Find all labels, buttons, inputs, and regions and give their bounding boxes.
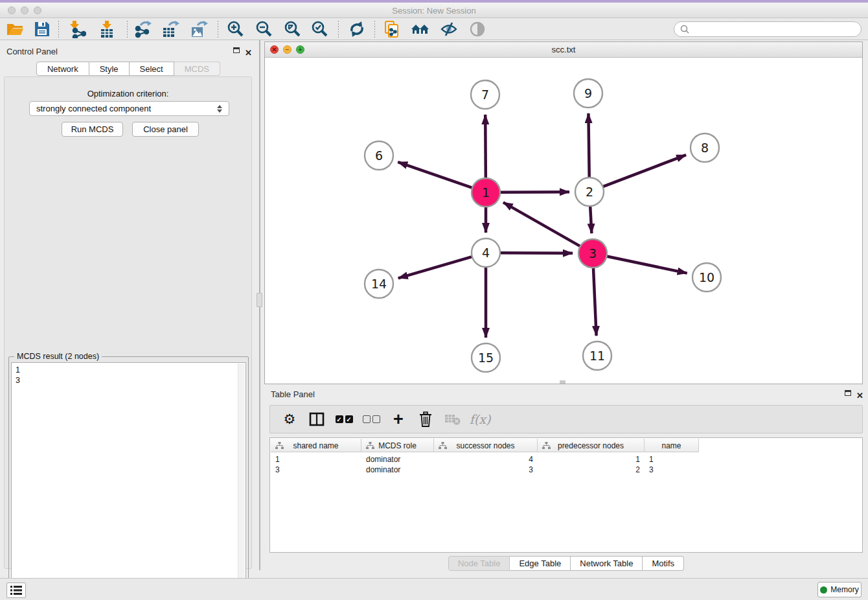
zoom-out-icon[interactable] <box>254 20 273 38</box>
graph-node-14[interactable]: 14 <box>365 270 393 298</box>
search-box[interactable] <box>674 21 862 37</box>
node-label: 3 <box>589 246 597 260</box>
column-header-MCDS-role[interactable]: MCDS role <box>361 439 434 452</box>
edge-1-6[interactable] <box>398 162 472 188</box>
graph-node-7[interactable]: 7 <box>471 80 499 109</box>
toolbar-separator <box>218 21 218 38</box>
network-canvas[interactable]: 7968124314101511 <box>265 58 862 384</box>
network-window-title: scc.txt <box>265 45 862 54</box>
graph-node-11[interactable]: 11 <box>583 341 611 370</box>
toolbar-separator <box>127 21 128 38</box>
memory-button[interactable]: Memory <box>817 582 862 597</box>
tab-style[interactable]: Style <box>89 62 130 76</box>
graph-node-2[interactable]: 2 <box>575 178 604 206</box>
deselect-all-columns-icon[interactable] <box>362 410 380 428</box>
export-network-icon[interactable] <box>133 20 153 38</box>
table-cell[interactable]: 3 <box>645 465 699 475</box>
control-panel-title: Control Panel <box>6 47 58 56</box>
open-session-icon[interactable] <box>5 20 25 38</box>
houses-icon[interactable] <box>411 20 430 38</box>
optimization-criterion-select[interactable]: strongly connected component <box>29 101 229 116</box>
result-scrollbar[interactable] <box>238 363 245 600</box>
zoom-selected-icon[interactable] <box>310 20 329 38</box>
refresh-layout-icon[interactable] <box>347 20 367 38</box>
graph-node-15[interactable]: 15 <box>472 343 500 372</box>
table-panel: Table Panel ✕ ⚙ ✓✓ + f(x) shared nameMCD… <box>264 386 868 575</box>
graph-node-4[interactable]: 4 <box>472 238 500 267</box>
column-header-successor-nodes[interactable]: successor nodes <box>434 439 538 452</box>
save-session-icon[interactable] <box>32 20 52 38</box>
export-table-icon[interactable] <box>161 20 180 38</box>
search-input[interactable] <box>690 23 861 36</box>
column-header-predecessor-nodes[interactable]: predecessor nodes <box>538 439 645 452</box>
table-row[interactable]: 1dominator411 <box>271 454 862 465</box>
edge-2-9[interactable] <box>588 113 589 178</box>
table-cell[interactable]: 3 <box>434 465 538 475</box>
table-tabs: Node TableEdge TableNetwork TableMotifs <box>264 556 868 571</box>
mcds-result-title: MCDS result (2 nodes) <box>14 352 102 361</box>
tab-edge-table[interactable]: Edge Table <box>510 556 571 571</box>
close-panel-icon[interactable]: ✕ <box>245 47 252 58</box>
table-cell[interactable]: 2 <box>538 465 645 475</box>
network-window-titlebar[interactable]: ✕ − + scc.txt <box>265 42 862 58</box>
node-label: 15 <box>478 351 494 365</box>
table-toolbar: ⚙ ✓✓ + f(x) <box>269 405 863 433</box>
import-network-icon[interactable] <box>67 20 87 38</box>
network-graph[interactable]: 7968124314101511 <box>265 58 862 384</box>
tab-network[interactable]: Network <box>36 62 89 76</box>
canvas-scroll-thumb[interactable] <box>560 380 565 384</box>
graph-node-6[interactable]: 6 <box>365 141 393 170</box>
tab-network-table[interactable]: Network Table <box>571 556 643 571</box>
table-cell[interactable]: dominator <box>361 454 434 465</box>
graph-node-1[interactable]: 1 <box>472 178 500 207</box>
eye-slash-icon[interactable] <box>439 20 459 38</box>
mcds-result-textarea[interactable]: 1 3 <box>11 362 246 600</box>
edge-3-10[interactable] <box>607 257 687 273</box>
close-table-panel-icon[interactable]: ✕ <box>856 389 863 401</box>
edge-4-3[interactable] <box>500 253 573 253</box>
tab-select[interactable]: Select <box>130 62 174 76</box>
close-panel-button[interactable]: Close panel <box>132 122 199 137</box>
table-row[interactable]: 3dominator323 <box>271 465 862 475</box>
zoom-fit-icon[interactable] <box>282 20 302 38</box>
delete-column-icon[interactable] <box>417 410 435 428</box>
float-panel-icon[interactable] <box>233 47 240 53</box>
table-cell[interactable]: 4 <box>434 454 538 465</box>
edge-1-2[interactable] <box>500 192 569 192</box>
table-cell[interactable]: 1 <box>538 454 645 465</box>
node-label: 11 <box>589 349 605 363</box>
table-settings-icon[interactable]: ⚙ <box>280 410 299 428</box>
panel-splitter-handle[interactable] <box>257 293 262 307</box>
float-table-panel-icon[interactable] <box>845 390 851 396</box>
edge-4-14[interactable] <box>398 257 472 278</box>
clone-network-icon[interactable] <box>382 20 402 38</box>
select-all-columns-icon[interactable]: ✓✓ <box>335 410 353 428</box>
split-columns-icon[interactable] <box>308 410 326 428</box>
graph-node-3[interactable]: 3 <box>578 239 607 268</box>
graph-node-9[interactable]: 9 <box>574 79 602 108</box>
tab-mcds[interactable]: MCDS <box>174 62 220 76</box>
network-view-window: ✕ − + scc.txt 7968124314101511 <box>264 41 863 384</box>
task-history-button[interactable] <box>6 583 26 598</box>
table-cell[interactable]: 1 <box>645 454 699 465</box>
edge-2-3[interactable] <box>590 206 591 233</box>
export-image-icon[interactable] <box>189 20 209 38</box>
graph-node-10[interactable]: 10 <box>692 263 721 292</box>
import-table-icon[interactable] <box>97 20 117 38</box>
zoom-in-icon[interactable] <box>225 20 245 38</box>
edge-1-7[interactable] <box>485 115 486 178</box>
edge-2-8[interactable] <box>603 155 686 187</box>
edge-3-11[interactable] <box>593 268 597 336</box>
column-header-shared-name[interactable]: shared name <box>271 439 361 452</box>
column-header-name[interactable]: name <box>645 439 699 452</box>
edge-3-1[interactable] <box>503 202 580 246</box>
add-column-icon[interactable]: + <box>389 410 407 428</box>
table-cell[interactable]: 3 <box>271 465 361 475</box>
table-cell[interactable]: dominator <box>361 465 434 475</box>
graph-node-8[interactable]: 8 <box>691 133 719 162</box>
tab-motifs[interactable]: Motifs <box>643 556 684 571</box>
run-mcds-button[interactable]: Run MCDS <box>62 122 123 137</box>
table-cell[interactable]: 1 <box>271 454 361 465</box>
tab-node-table[interactable]: Node Table <box>448 556 510 571</box>
delete-table-icon-disabled <box>444 410 462 428</box>
